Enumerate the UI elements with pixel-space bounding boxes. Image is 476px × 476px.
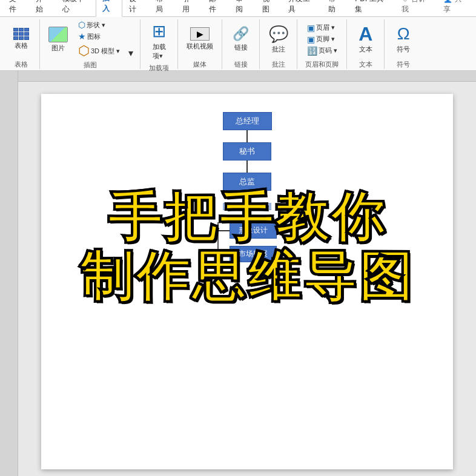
addins-label: 加载项▾	[153, 42, 166, 61]
3d-model-button[interactable]: ⬡ 3D 模型 ▾	[76, 42, 122, 59]
org-node-child-1: 形象设计	[230, 222, 277, 239]
shapes-label: 形状 ▾	[87, 21, 105, 30]
tab-pdf[interactable]: PDF工具集	[348, 0, 395, 17]
link-button[interactable]: 🔗 链接	[228, 24, 254, 54]
3d-label: 3D 模型 ▾	[91, 47, 120, 56]
tab-design[interactable]: 设计	[122, 0, 149, 17]
tab-tellme[interactable]: ♡ 告诉我	[395, 0, 437, 17]
group-addins: ⊞ 加载项▾ 加载项	[142, 19, 178, 69]
group-text-label: 文本	[359, 59, 372, 69]
tab-dev[interactable]: 开发工具	[282, 0, 322, 17]
table-icon	[13, 28, 29, 40]
footer-label: 页脚 ▾	[316, 35, 335, 44]
org-node-child-2: 市场拓展	[230, 246, 277, 262]
page-number-button[interactable]: 🔢 页码 ▾	[305, 45, 339, 56]
text-button[interactable]: A 文本	[352, 22, 379, 56]
org-node-root: 总经理	[223, 112, 272, 130]
connector-line-1	[246, 130, 248, 142]
document-area: 总经理 秘书 总监 形象设计 市场拓展	[0, 71, 476, 476]
connector-line-4	[246, 210, 248, 222]
group-illustration-label: 插图	[84, 59, 97, 70]
horizontal-ruler	[18, 71, 476, 82]
group-comment: 💬 批注 批注	[261, 19, 297, 69]
image-button[interactable]: 图片	[45, 25, 71, 55]
connector-line-2	[246, 160, 248, 173]
image-btn-label: 图片	[51, 44, 65, 53]
shapes-icon: ⬡	[78, 20, 85, 30]
link-label: 链接	[234, 43, 248, 52]
tab-view[interactable]: 视图	[256, 0, 282, 17]
text-btn-label: 文本	[359, 45, 372, 54]
addins-button[interactable]: ⊞ 加载项▾	[146, 19, 173, 62]
org-node-supervisor: 总监	[223, 173, 271, 191]
group-link-label: 链接	[234, 59, 248, 69]
tab-review[interactable]: 审阅	[229, 0, 256, 17]
icons-icon: ★	[78, 31, 86, 41]
org-children-list: 形象设计 市场拓展	[217, 222, 277, 269]
header-button[interactable]: ▣ 页眉 ▾	[305, 22, 339, 33]
video-button[interactable]: ▶ 联机视频	[183, 25, 217, 53]
tab-layout[interactable]: 布局	[149, 0, 176, 17]
group-symbol: Ω 符号 符号	[386, 19, 422, 69]
comment-button[interactable]: 💬 批注	[265, 23, 292, 56]
omega-icon: Ω	[397, 24, 410, 44]
footer-button[interactable]: ▣ 页脚 ▾	[305, 34, 339, 45]
image-icon	[48, 27, 68, 42]
expand-button[interactable]: ▾	[127, 47, 135, 59]
org-chart: 总经理 秘书 总监 形象设计 市场拓展	[41, 94, 453, 269]
tab-start[interactable]: 开始	[29, 0, 56, 17]
video-icon: ▶	[190, 27, 210, 41]
group-media-label: 媒体	[193, 59, 207, 69]
shapes-button[interactable]: ⬡ 形状 ▾	[76, 19, 122, 30]
tab-mail[interactable]: 邮件	[202, 0, 229, 17]
group-header-footer-label: 页眉和页脚	[305, 59, 339, 69]
connector-line-3	[246, 191, 248, 203]
tab-file[interactable]: 文件	[2, 0, 29, 17]
group-table: 表格 表格	[4, 19, 40, 69]
ribbon-tabs: 文件 开始 模板中心 插入 设计 布局 引用 邮件 审阅 视图 开发工具 帮助 …	[0, 0, 476, 17]
vertical-ruler	[0, 71, 18, 476]
video-label: 联机视频	[187, 42, 213, 51]
symbol-button[interactable]: Ω 符号	[390, 22, 417, 56]
comment-icon: 💬	[269, 25, 288, 44]
ribbon: 文件 开始 模板中心 插入 设计 布局 引用 邮件 审阅 视图 开发工具 帮助 …	[0, 0, 476, 71]
doc-page[interactable]: 总经理 秘书 总监 形象设计 市场拓展	[41, 94, 453, 469]
header-label: 页眉 ▾	[316, 23, 335, 32]
page-number-label: 页码 ▾	[319, 46, 337, 55]
tab-ref[interactable]: 引用	[176, 0, 202, 17]
header-icon: ▣	[307, 23, 315, 33]
tab-share[interactable]: 👤 共享	[437, 0, 474, 17]
group-comment-label: 批注	[272, 59, 285, 69]
symbol-label: 符号	[397, 45, 410, 54]
h-connector-1	[219, 230, 230, 231]
ribbon-body: 表格 表格 图片 ⬡ 形状 ▾ ★ 图标	[0, 17, 476, 70]
org-node-secretary: 秘书	[223, 142, 271, 160]
addins-icon: ⊞	[152, 21, 166, 41]
table-button[interactable]: 表格	[8, 26, 35, 52]
expand-icon: ▾	[128, 47, 133, 59]
group-table-label: 表格	[15, 59, 28, 69]
group-link: 🔗 链接 链接	[223, 19, 260, 69]
tab-template[interactable]: 模板中心	[56, 0, 96, 17]
group-media: ▶ 联机视频 媒体	[179, 19, 222, 69]
comment-label: 批注	[272, 45, 285, 54]
icons-button[interactable]: ★ 图标	[76, 31, 122, 42]
group-symbol-label: 符号	[397, 59, 410, 69]
group-header-footer: ▣ 页眉 ▾ ▣ 页脚 ▾ 🔢 页码 ▾ 页眉和页脚	[299, 19, 347, 69]
group-illustration: 图片 ⬡ 形状 ▾ ★ 图标 ⬡ 3D 模型 ▾	[41, 19, 140, 69]
page-number-icon: 🔢	[307, 46, 317, 56]
footer-icon: ▣	[307, 35, 315, 44]
text-A-icon: A	[359, 24, 372, 44]
org-child-1: 形象设计	[219, 222, 277, 239]
org-children-area: 形象设计 市场拓展	[217, 222, 277, 269]
3d-icon: ⬡	[78, 43, 90, 59]
link-icon: 🔗	[233, 26, 249, 42]
h-connector-2	[219, 254, 230, 255]
org-child-2: 市场拓展	[219, 246, 277, 262]
table-btn-label: 表格	[15, 41, 28, 50]
org-node-hidden	[223, 203, 271, 210]
icons-label: 图标	[87, 32, 101, 41]
tab-help[interactable]: 帮助	[322, 0, 348, 17]
tab-insert[interactable]: 插入	[96, 0, 122, 17]
group-text: A 文本 文本	[348, 19, 385, 69]
